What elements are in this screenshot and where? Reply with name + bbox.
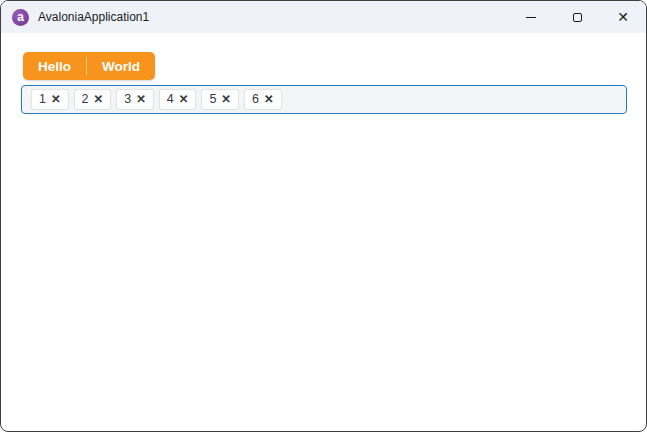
window-content: Hello World 1 ✕ 2 ✕ 3 ✕ 4 ✕ 5 <box>1 33 646 114</box>
maximize-button[interactable] <box>554 1 600 33</box>
tag-chip-label: 2 <box>82 93 89 106</box>
window-title: AvaloniaApplication1 <box>38 10 149 24</box>
window-controls: ✕ <box>508 1 646 33</box>
close-button[interactable]: ✕ <box>600 1 646 33</box>
close-icon: ✕ <box>617 10 629 24</box>
tag-remove-button[interactable]: ✕ <box>179 94 189 106</box>
tag-chip: 3 ✕ <box>116 89 154 110</box>
minimize-button[interactable] <box>508 1 554 33</box>
avalonia-logo-icon: a <box>12 9 29 26</box>
titlebar[interactable]: a AvaloniaApplication1 ✕ <box>1 1 646 33</box>
tag-chip: 5 ✕ <box>201 89 239 110</box>
tag-remove-button[interactable]: ✕ <box>264 94 274 106</box>
minimize-icon <box>526 17 536 18</box>
tag-chip-label: 3 <box>124 93 131 106</box>
tag-chip-label: 6 <box>252 93 259 106</box>
app-window: a AvaloniaApplication1 ✕ Hello World 1 ✕ <box>0 0 647 432</box>
tag-remove-button[interactable]: ✕ <box>94 94 104 106</box>
tag-remove-button[interactable]: ✕ <box>221 94 231 106</box>
tag-remove-button[interactable]: ✕ <box>136 94 146 106</box>
tag-chip-label: 4 <box>167 93 174 106</box>
tag-chip-label: 5 <box>209 93 216 106</box>
tag-chip: 6 ✕ <box>244 89 282 110</box>
tag-remove-button[interactable]: ✕ <box>51 94 61 106</box>
tag-chip: 2 ✕ <box>74 89 112 110</box>
tab-world[interactable]: World <box>87 52 155 80</box>
tab-strip: Hello World <box>23 52 155 80</box>
maximize-icon <box>573 13 582 22</box>
tag-input-box[interactable]: 1 ✕ 2 ✕ 3 ✕ 4 ✕ 5 ✕ 6 ✕ <box>21 85 627 114</box>
titlebar-left: a AvaloniaApplication1 <box>1 9 508 26</box>
tag-chip: 1 ✕ <box>31 89 69 110</box>
tab-hello[interactable]: Hello <box>23 52 86 80</box>
tag-chip-label: 1 <box>39 93 46 106</box>
tag-chip: 4 ✕ <box>159 89 197 110</box>
